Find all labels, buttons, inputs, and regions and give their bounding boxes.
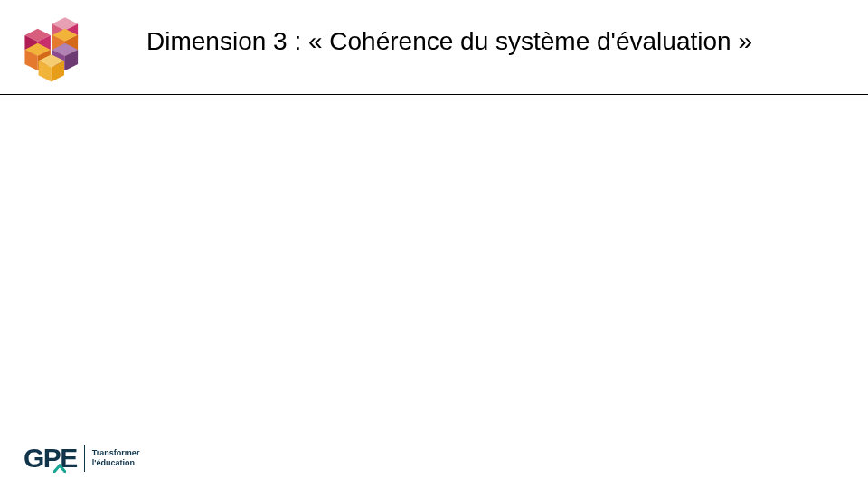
slide-title: Dimension 3 : « Cohérence du système d'é… [146, 25, 752, 57]
brand-initials: GPE [24, 443, 77, 473]
tagline-line1: Transformer [92, 448, 140, 457]
chevron-up-icon [53, 464, 66, 473]
header-cube-logo [16, 13, 98, 85]
brand-divider [84, 445, 85, 472]
tagline-line2: l'éducation [92, 458, 135, 467]
brand-tagline: Transformer l'éducation [92, 448, 140, 468]
footer-brand-logo: GPE Transformer l'éducation [24, 443, 139, 474]
slide-header: Dimension 3 : « Cohérence du système d'é… [0, 0, 868, 95]
